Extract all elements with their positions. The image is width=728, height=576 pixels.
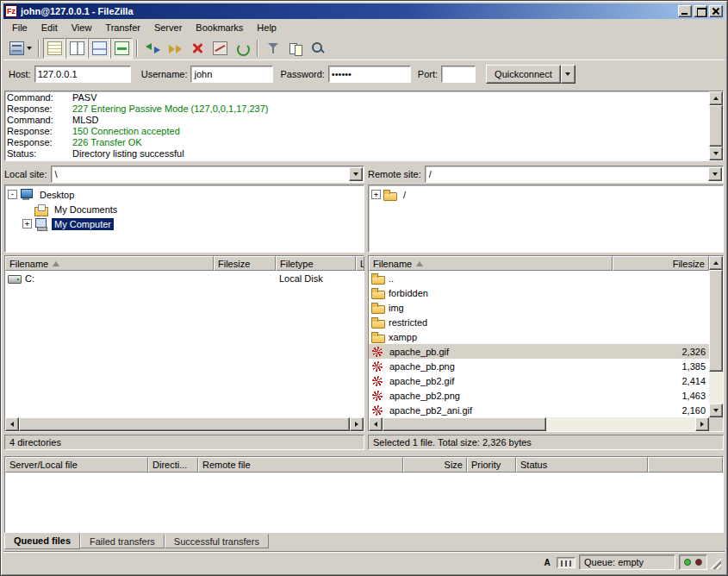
tree-item-my-documents[interactable]: My Documents (5, 202, 364, 216)
column-header-remote-file[interactable]: Remote file (198, 457, 403, 473)
password-input[interactable] (328, 66, 411, 83)
column-header-priority[interactable]: Priority (467, 457, 516, 473)
column-header-l[interactable]: L (356, 256, 364, 271)
tree-item-my-computer[interactable]: +My Computer (5, 216, 364, 231)
menu-view[interactable]: View (65, 20, 99, 35)
column-header-filename[interactable]: Filename (369, 256, 613, 271)
username-input[interactable] (190, 66, 273, 83)
local-site-dropdown-button[interactable] (349, 167, 363, 181)
resize-grip[interactable] (710, 558, 721, 569)
drive-icon (8, 272, 22, 285)
minimize-button[interactable] (678, 5, 692, 17)
maximize-button[interactable] (694, 5, 707, 17)
process-queue-button[interactable] (164, 38, 186, 59)
remote-site-dropdown-button[interactable] (708, 167, 722, 181)
quickconnect-button[interactable]: Quickconnect (486, 65, 561, 84)
arrow-down-icon (713, 409, 719, 412)
scrollbar-thumb[interactable] (709, 105, 723, 147)
file-name-cell: img (369, 302, 613, 314)
file-row-apache-pb-gif[interactable]: apache_pb.gif2,326 (369, 344, 709, 359)
remote-site-combobox[interactable]: / (425, 166, 724, 183)
file-row-item[interactable]: .. (369, 271, 709, 285)
log-line: Response:227 Entering Passive Mode (127,… (7, 103, 708, 115)
scrollbar-thumb[interactable] (383, 417, 546, 431)
local-horizontal-scrollbar[interactable] (5, 417, 364, 431)
file-row-c[interactable]: C:Local Disk (5, 271, 364, 285)
refresh-icon (146, 41, 160, 55)
toggle-local-tree-button[interactable] (65, 38, 88, 59)
file-row-apache-pb2-ani-gif[interactable]: apache_pb2_ani.gif2,160 (369, 403, 709, 417)
menu-bookmarks[interactable]: Bookmarks (189, 20, 250, 35)
column-header-filetype[interactable]: Filetype (276, 256, 356, 271)
scroll-left-button[interactable] (5, 417, 19, 431)
close-button[interactable] (709, 5, 723, 17)
tree-item-desktop[interactable]: -Desktop (5, 187, 364, 202)
scroll-right-button[interactable] (695, 417, 709, 431)
tab-successful-transfers[interactable]: Successful transfers (165, 534, 269, 548)
scroll-down-button[interactable] (709, 147, 723, 160)
tree-item-item[interactable]: +/ (369, 187, 723, 202)
toggle-remote-tree-button[interactable] (88, 38, 110, 59)
column-header-label: Remote file (202, 460, 251, 470)
scroll-left-button[interactable] (369, 417, 383, 431)
menu-server[interactable]: Server (147, 20, 189, 35)
file-row-apache-pb-png[interactable]: apache_pb.png1,385 (369, 359, 709, 373)
scroll-right-button[interactable] (350, 417, 364, 431)
tab-failed-transfers[interactable]: Failed transfers (80, 534, 165, 548)
file-row-apache-pb2-gif[interactable]: apache_pb2.gif2,414 (369, 373, 709, 388)
column-header-filesize[interactable]: Filesize (613, 256, 709, 271)
toggle-message-log-button[interactable] (43, 38, 65, 59)
remote-vertical-scrollbar[interactable] (709, 256, 723, 417)
port-input[interactable] (441, 66, 476, 83)
log-line-text: PASV (72, 92, 97, 103)
column-header-directi[interactable]: Directi... (148, 457, 198, 473)
file-name-cell: apache_pb2.gif (369, 375, 613, 387)
filezilla-window: john@127.0.0.1 - FileZilla FileEditViewT… (0, 0, 728, 576)
password-label: Password: (280, 69, 324, 79)
host-input[interactable] (34, 66, 131, 83)
local-site-combobox[interactable]: \ (51, 166, 364, 183)
expand-icon[interactable]: + (22, 219, 32, 229)
quickconnect-dropdown-button[interactable] (561, 65, 576, 84)
menu-file[interactable]: File (5, 20, 34, 35)
menu-edit[interactable]: Edit (34, 20, 65, 35)
file-row-img[interactable]: img (369, 300, 709, 315)
directory-comparison-button[interactable] (284, 38, 307, 59)
toggle-remote-tree-icon (92, 41, 107, 55)
log-line: Status:Directory listing successful (7, 148, 708, 160)
find-files-button[interactable] (307, 38, 329, 59)
scrollbar-thumb[interactable] (19, 417, 350, 431)
title-bar[interactable]: john@127.0.0.1 - FileZilla (3, 3, 725, 19)
cancel-operation-button[interactable] (186, 38, 208, 59)
tab-queued-files[interactable]: Queued files (4, 533, 80, 549)
collapse-icon[interactable]: - (8, 190, 17, 199)
file-row-restricted[interactable]: restricted (369, 315, 709, 329)
scroll-up-button[interactable] (709, 256, 723, 270)
speed-limits-icon[interactable] (557, 557, 576, 568)
column-header-filesize[interactable]: Filesize (214, 256, 276, 271)
file-row-forbidden[interactable]: forbidden (369, 285, 709, 300)
remote-horizontal-scrollbar[interactable] (369, 417, 709, 431)
log-scrollbar[interactable] (709, 91, 723, 160)
menu-help[interactable]: Help (250, 20, 283, 35)
menu-transfer[interactable]: Transfer (98, 20, 147, 35)
column-header-label: Size (445, 460, 463, 470)
file-row-apache-pb2-png[interactable]: apache_pb2.png1,463 (369, 388, 709, 403)
column-header-size[interactable]: Size (403, 457, 467, 473)
reconnect-button[interactable] (231, 38, 253, 59)
filter-button[interactable] (262, 38, 284, 59)
transfer-type-icon[interactable] (541, 555, 553, 569)
column-header-filename[interactable]: Filename (5, 256, 214, 271)
file-row-xampp[interactable]: xampp (369, 329, 709, 344)
column-header-status[interactable]: Status (516, 457, 648, 473)
toggle-transfer-queue-button[interactable] (110, 38, 133, 59)
scroll-down-button[interactable] (709, 404, 723, 417)
scroll-up-button[interactable] (709, 91, 723, 105)
scrollbar-thumb[interactable] (709, 270, 723, 372)
toolbar-separator (38, 40, 40, 57)
refresh-button[interactable] (141, 38, 164, 59)
disconnect-button[interactable] (208, 38, 231, 59)
column-header-server-local-file[interactable]: Server/Local file (5, 457, 148, 473)
site-manager-button[interactable] (7, 38, 34, 59)
expand-icon[interactable]: + (371, 190, 381, 199)
